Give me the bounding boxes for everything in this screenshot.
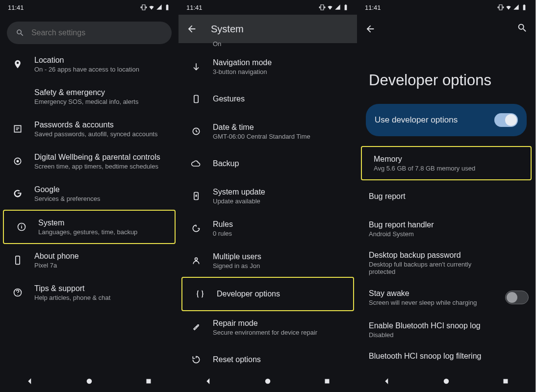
stay-awake-switch[interactable] [505,291,529,304]
settings-list: LocationOn - 26 apps have access to loca… [0,48,179,372]
wifi-icon [505,4,512,11]
nav-recents[interactable] [323,377,332,388]
svg-rect-12 [325,379,330,384]
wifi-icon [148,4,155,11]
reset-icon [189,355,203,365]
sys-item-update[interactable]: System updateUpdate available [179,180,357,212]
settings-item-location[interactable]: LocationOn - 26 apps have access to loca… [0,48,179,80]
settings-item-wellbeing[interactable]: Digital Wellbeing & parental controlsScr… [0,145,179,177]
vibrate-icon [319,4,326,11]
svg-point-10 [195,258,198,260]
sys-item-navmode[interactable]: Navigation mode3-button navigation [179,50,357,83]
sys-item-multiusers[interactable]: Multiple usersSigned in as Jon [179,245,357,277]
settings-item-system[interactable]: SystemLanguages, gestures, time, backup [4,211,175,243]
svg-rect-6 [147,379,151,384]
dev-item-bugreport[interactable]: Bug report [357,180,536,213]
dev-item-stayawake[interactable]: Stay awakeScreen will never sleep while … [357,281,536,314]
sys-item-backup[interactable]: Backup [179,147,357,180]
sys-item-repair[interactable]: Repair modeSecure environment for device… [179,311,357,343]
phone-panel-devoptions: 11:41 Developer options Use developer op… [357,0,536,392]
dev-item-desktopbackup[interactable]: Desktop backup passwordDesktop full back… [357,245,536,281]
nav-home[interactable] [442,377,451,388]
svg-rect-7 [194,96,198,103]
svg-point-11 [265,379,271,384]
search-settings[interactable] [7,22,172,44]
dev-item-btlog[interactable]: Enable Bluetooth HCI snoop logDisabled [357,314,536,346]
battery-icon [164,4,171,11]
battery-icon [521,4,528,11]
sys-item-gestures[interactable]: Gestures [179,83,357,115]
search-button[interactable] [517,23,528,36]
key-icon [11,124,25,134]
nav-back[interactable] [204,377,213,388]
nav-bar [357,372,536,392]
nav-recents[interactable] [144,377,153,388]
dev-item-bughandler[interactable]: Bug report handlerAndroid System [357,213,536,245]
app-bar: System [179,15,357,43]
clock: 11:41 [8,4,24,11]
svg-rect-14 [504,379,508,384]
phone-panel-settings: 11:41 LocationOn - 26 apps have access t… [0,0,179,392]
repair-icon [189,322,203,332]
sys-item-rules[interactable]: Rules0 rules [179,212,357,245]
status-icons [319,4,349,11]
settings-item-google[interactable]: GoogleServices & preferences [0,177,179,210]
user-icon [189,256,203,266]
google-icon [11,189,25,198]
use-dev-options-toggle[interactable]: Use developer options [366,104,527,136]
settings-item-safety[interactable]: Safety & emergencyEmergency SOS, medical… [0,80,179,113]
nav-home[interactable] [263,377,272,388]
signal-icon [513,4,520,11]
asterisk-icon [11,92,25,101]
scroll-hint-text: On [179,40,357,48]
settings-item-tips[interactable]: Tips & supportHelp articles, phone & cha… [0,276,179,309]
nav-bar [0,372,179,392]
svg-point-1 [17,160,19,163]
swipe-icon [189,62,203,72]
signal-icon [156,4,163,11]
svg-point-13 [444,379,449,384]
location-icon [11,59,25,69]
gesture-icon [189,94,203,104]
back-button[interactable] [186,24,197,34]
page-title: System [211,24,349,35]
item-sub: On - 26 apps have access to location [34,66,162,73]
nav-recents[interactable] [501,377,510,388]
vibrate-icon [497,4,504,11]
nav-home[interactable] [85,377,94,388]
settings-item-about[interactable]: About phonePixel 7a [0,244,179,276]
braces-icon [193,289,207,299]
wellbeing-icon [11,156,25,166]
toggle-switch[interactable] [494,113,518,127]
back-button[interactable] [365,24,376,34]
sys-item-datetime[interactable]: Date & timeGMT-06:00 Central Standard Ti… [179,115,357,147]
svg-rect-3 [16,256,20,265]
search-input[interactable] [31,28,163,37]
help-icon [11,288,25,297]
svg-point-5 [87,379,92,384]
sys-item-reset[interactable]: Reset options [179,343,357,372]
settings-item-passwords[interactable]: Passwords & accountsSaved passwords, aut… [0,113,179,145]
nav-back[interactable] [26,377,34,388]
status-bar: 11:41 [0,0,179,15]
phone-panel-system: 11:41 System On Navigation mode3-button … [179,0,357,392]
battery-icon [342,4,349,11]
clock: 11:41 [186,4,203,11]
nav-bar [179,372,357,392]
dev-item-memory[interactable]: MemoryAvg 5.6 GB of 7.8 GB memory used [362,147,531,179]
wifi-icon [327,4,333,11]
update-icon [189,191,203,201]
item-title: Location [34,56,172,65]
sys-item-devoptions[interactable]: Developer options [182,278,353,310]
dev-options-list: MemoryAvg 5.6 GB of 7.8 GB memory used B… [357,146,536,372]
toggle-label: Use developer options [375,115,458,125]
nav-back[interactable] [383,377,391,388]
phone-icon [11,255,25,265]
status-bar: 11:41 [357,0,536,15]
dev-item-btfilter[interactable]: Bluetooth HCI snoop log filtering [357,346,536,361]
search-icon [16,28,25,38]
status-icons [497,4,528,11]
page-title: Developer options [357,43,536,104]
status-icons [140,4,171,11]
clock-icon [189,126,203,136]
